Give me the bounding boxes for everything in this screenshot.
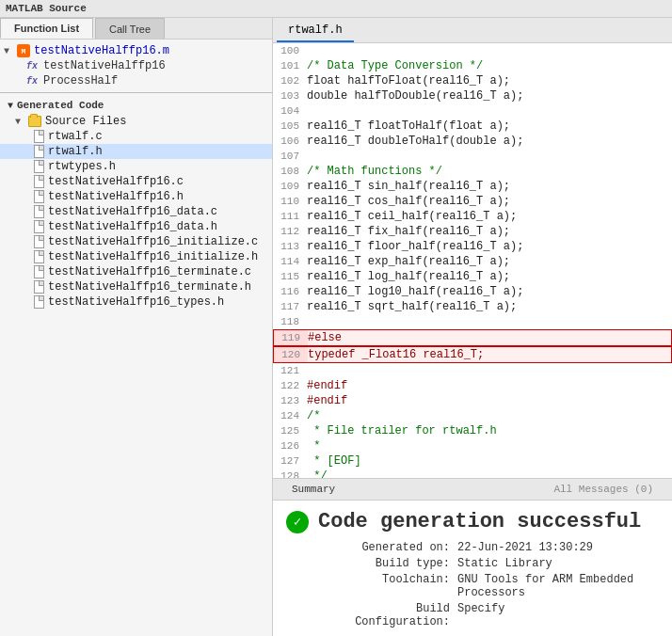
- list-item[interactable]: rtwalf.h: [0, 144, 272, 159]
- tree-item-root[interactable]: ▼ M testNativeHalffp16.m: [0, 43, 272, 58]
- line-content: real16_T ceil_half(real16_T a);: [307, 209, 672, 224]
- line-number: 124: [273, 408, 307, 423]
- function-list-tree: ▼ M testNativeHalffp16.m fx testNativeHa…: [0, 40, 272, 636]
- list-item[interactable]: testNativeHalffp16_data.h: [0, 219, 272, 234]
- list-item[interactable]: rtwtypes.h: [0, 159, 272, 174]
- bottom-area: Summary All Messages (0) ✓ Code generati…: [273, 478, 672, 636]
- code-line: 108/* Math functions */: [273, 164, 672, 179]
- source-files-label: Source Files: [45, 115, 126, 128]
- line-content: */: [307, 469, 672, 478]
- line-content: real16_T log_half(real16_T a);: [307, 269, 672, 284]
- code-line: 106real16_T doubleToHalf(double a);: [273, 134, 672, 149]
- code-editor[interactable]: 100101/* Data Type Conversion */102float…: [273, 43, 672, 478]
- line-content: /* Data Type Conversion */: [307, 58, 672, 73]
- generated-code-section[interactable]: ▼ Generated Code: [0, 97, 272, 114]
- line-number: 128: [273, 469, 307, 478]
- list-item[interactable]: testNativeHalffp16.h: [0, 189, 272, 204]
- file-icon: [34, 220, 44, 233]
- file-label: testNativeHalffp16_terminate.h: [48, 280, 251, 294]
- code-line: 128 */: [273, 469, 672, 478]
- tree-item-fx2[interactable]: fx ProcessHalf: [0, 73, 272, 88]
- function-list-tab[interactable]: Function List: [0, 18, 93, 39]
- source-files-folder[interactable]: ▼ Source Files: [0, 114, 272, 129]
- code-line: 107: [273, 149, 672, 164]
- line-number: 121: [273, 363, 307, 378]
- line-number: 119: [274, 330, 308, 345]
- list-item[interactable]: testNativeHalffp16_initialize.h: [0, 249, 272, 264]
- toggle-arrow-icon: ▼: [4, 46, 17, 56]
- code-line: 121: [273, 363, 672, 378]
- code-line: 103double halfToDouble(real16_T a);: [273, 88, 672, 103]
- line-content: real16_T sin_half(real16_T a);: [307, 179, 672, 194]
- line-content: *: [307, 438, 672, 453]
- source-files-toggle-icon: ▼: [15, 117, 28, 127]
- line-number: 115: [273, 269, 307, 284]
- call-tree-tab[interactable]: Call Tree: [95, 18, 165, 39]
- code-line: 104: [273, 103, 672, 119]
- build-config-value: Specify: [457, 602, 659, 628]
- line-number: 102: [273, 73, 307, 88]
- main-container: Function List Call Tree ▼ M testNativeHa…: [0, 18, 672, 636]
- toolchain-label: Toolchain:: [318, 573, 450, 599]
- summary-bar: Summary All Messages (0): [273, 479, 672, 501]
- list-item[interactable]: testNativeHalffp16_terminate.c: [0, 264, 272, 279]
- file-list: rtwalf.crtwalf.hrtwtypes.htestNativeHalf…: [0, 129, 272, 310]
- line-content: #else: [308, 330, 671, 345]
- list-item[interactable]: testNativeHalffp16_initialize.c: [0, 234, 272, 249]
- list-item[interactable]: rtwalf.c: [0, 129, 272, 144]
- line-number: 105: [273, 119, 307, 134]
- line-number: 118: [273, 314, 307, 329]
- file-label: testNativeHalffp16_data.c: [48, 205, 217, 218]
- line-number: 109: [273, 179, 307, 194]
- code-line: 122#endif: [273, 378, 672, 393]
- line-content: real16_T fix_half(real16_T a);: [307, 224, 672, 239]
- line-number: 112: [273, 224, 307, 239]
- divider: [0, 92, 272, 93]
- line-number: 123: [273, 393, 307, 408]
- tree-item-fx1[interactable]: fx testNativeHalffp16: [0, 58, 272, 73]
- file-tab[interactable]: rtwalf.h: [277, 20, 354, 42]
- file-icon: [34, 145, 44, 158]
- line-content: typedef _Float16 real16_T;: [308, 347, 671, 362]
- file-icon: [34, 160, 44, 173]
- success-area: ✓ Code generation successful Generated o…: [273, 501, 672, 636]
- list-item[interactable]: testNativeHalffp16.c: [0, 174, 272, 189]
- code-line: 120typedef _Float16 real16_T;: [273, 346, 672, 363]
- line-content: * [EOF]: [307, 453, 672, 469]
- line-number: 113: [273, 239, 307, 254]
- right-panel: rtwalf.h 100101/* Data Type Conversion *…: [273, 18, 672, 636]
- generated-code-arrow-icon: ▼: [8, 101, 13, 111]
- line-content: float halfToFloat(real16_T a);: [307, 73, 672, 88]
- code-line: 112real16_T fix_half(real16_T a);: [273, 224, 672, 239]
- success-check-icon: ✓: [286, 511, 309, 533]
- list-item[interactable]: testNativeHalffp16_terminate.h: [0, 279, 272, 294]
- line-content: real16_T exp_half(real16_T a);: [307, 254, 672, 269]
- line-number: 125: [273, 423, 307, 438]
- file-icon: [34, 280, 44, 294]
- code-line: 114real16_T exp_half(real16_T a);: [273, 254, 672, 269]
- file-icon: [34, 130, 44, 143]
- code-line: 126 *: [273, 438, 672, 453]
- line-number: 108: [273, 164, 307, 179]
- line-number: 111: [273, 209, 307, 224]
- build-type-value: Static Library: [457, 557, 659, 570]
- fx1-label: testNativeHalffp16: [43, 59, 166, 72]
- list-item[interactable]: testNativeHalffp16_types.h: [0, 294, 272, 310]
- line-number: 120: [274, 347, 308, 362]
- line-number: 117: [273, 299, 307, 314]
- root-file-label: testNativeHalffp16.m: [34, 44, 169, 57]
- line-number: 106: [273, 134, 307, 149]
- code-line: 118: [273, 314, 672, 329]
- file-icon: [34, 190, 44, 203]
- messages-tab[interactable]: All Messages (0): [542, 482, 664, 497]
- file-label: testNativeHalffp16.h: [48, 190, 184, 203]
- folder-icon: [28, 116, 41, 127]
- line-content: real16_T log10_half(real16_T a);: [307, 284, 672, 299]
- list-item[interactable]: testNativeHalffp16_data.c: [0, 204, 272, 219]
- fx2-label: ProcessHalf: [43, 74, 118, 87]
- code-line: 123#endif: [273, 393, 672, 408]
- code-line: 116real16_T log10_half(real16_T a);: [273, 284, 672, 299]
- file-icon: [34, 265, 44, 278]
- line-number: 122: [273, 378, 307, 393]
- summary-tab[interactable]: Summary: [280, 482, 346, 497]
